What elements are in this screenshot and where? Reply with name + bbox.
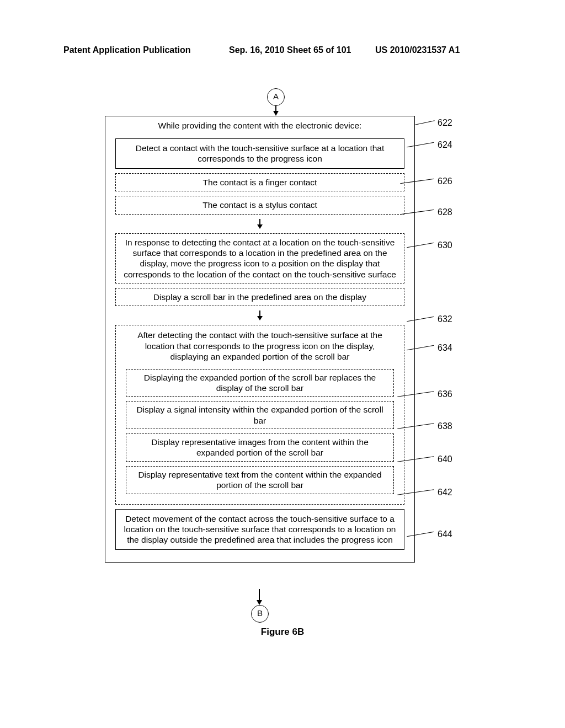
step-624: Detect a contact with the touch-sensitiv…	[115, 138, 404, 169]
ref-640: 640	[438, 454, 452, 464]
step-632: Display a scroll bar in the predefined a…	[115, 288, 404, 306]
figure-caption: Figure 6B	[261, 627, 304, 638]
step-634: After detecting the contact with the tou…	[115, 325, 404, 504]
step-644: Detect movement of the contact across th…	[115, 509, 404, 550]
ref-632: 632	[438, 314, 452, 324]
step-622: While providing the content with the ele…	[105, 116, 415, 563]
ref-634: 634	[438, 343, 452, 353]
arrow-icon	[259, 219, 260, 229]
ref-622: 622	[438, 118, 452, 128]
step-636: Displaying the expanded portion of the s…	[126, 369, 394, 397]
step-638: Display a signal intensity within the ex…	[126, 401, 394, 429]
header-left: Patent Application Publication	[63, 45, 191, 55]
ref-636: 636	[438, 389, 452, 399]
step-634-text: After detecting the contact with the tou…	[116, 330, 404, 364]
ref-638: 638	[438, 421, 452, 431]
header-mid: Sep. 16, 2010 Sheet 65 of 101	[229, 45, 351, 55]
step-642: Display representative text from the con…	[126, 466, 394, 494]
step-640: Display representative images from the c…	[126, 433, 394, 462]
header-right: US 2010/0231537 A1	[375, 45, 460, 55]
arrow-icon	[259, 311, 260, 320]
step-622-title: While providing the content with the ele…	[105, 121, 414, 134]
ref-630: 630	[438, 240, 452, 250]
connector-b: B	[251, 605, 269, 623]
step-626: The contact is a finger contact	[115, 173, 404, 191]
leader-line	[415, 120, 434, 125]
ref-644: 644	[438, 529, 452, 539]
step-628: The contact is a stylus contact	[115, 196, 404, 214]
ref-624: 624	[438, 140, 452, 150]
connector-a: A	[267, 88, 285, 106]
ref-642: 642	[438, 488, 452, 497]
ref-628: 628	[438, 207, 452, 217]
ref-626: 626	[438, 176, 452, 186]
step-630: In response to detecting the contact at …	[115, 233, 404, 284]
